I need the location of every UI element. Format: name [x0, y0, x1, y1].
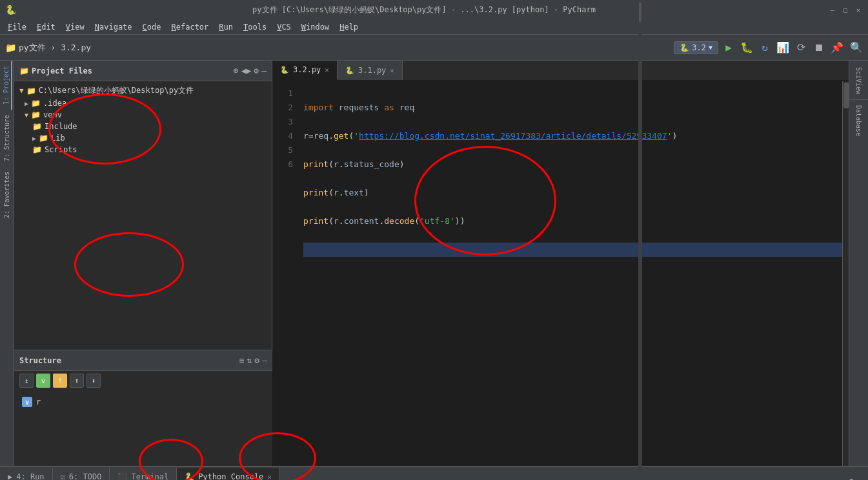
tab-close-button[interactable]: ✕: [325, 66, 329, 74]
tree-item-include[interactable]: 📁 Include: [14, 121, 272, 132]
run-icon: ▶: [8, 472, 12, 480]
py-file-icon: 🐍: [280, 66, 289, 74]
bottom-tab-todo[interactable]: ☑ 6: TODO: [53, 468, 110, 480]
maximize-button[interactable]: □: [841, 5, 850, 14]
tab-3-2-py[interactable]: 🐍 3.2.py ✕: [272, 61, 338, 80]
project-folder-icon: 📁: [19, 66, 29, 75]
menu-edit[interactable]: Edit: [32, 21, 61, 33]
tree-item-venv[interactable]: ▼ 📁 venv: [14, 109, 272, 121]
structure-sort-icon[interactable]: ≡: [239, 355, 245, 365]
todo-icon: ☑: [61, 472, 65, 480]
console-settings-icon[interactable]: ⚙: [849, 476, 854, 480]
coverage-button[interactable]: ⟳: [793, 40, 809, 55]
tab-terminal-label: Terminal: [131, 472, 168, 480]
left-sidebar: 1: Project 7: Structure 2: Favorites: [0, 61, 14, 466]
settings-icon[interactable]: ⚙: [254, 66, 259, 75]
tab-console-label: Python Console: [198, 472, 263, 480]
right-sidebar-sciview[interactable]: SciView: [854, 63, 863, 98]
reload-button[interactable]: ↻: [757, 40, 772, 55]
toolbar: 📁 py文件 › 3.2.py 🐍 3.2 ▼ ▶ 🐛 ↻ 📊 ⟳ ⏹ 📌 🔍: [0, 35, 868, 61]
add-icon[interactable]: ⊕: [234, 66, 239, 75]
run-config-dropdown[interactable]: 🐍 3.2 ▼: [674, 41, 718, 54]
run-config-icon: 🐍: [680, 43, 689, 52]
menu-navigate[interactable]: Navigate: [90, 21, 137, 33]
menu-refactor[interactable]: Refactor: [167, 21, 214, 33]
debug-button[interactable]: 🐛: [739, 40, 754, 55]
left-panels: 📁 Project Files ⊕ ◀▶ ⚙ — ▼ 📁 C:\Users\绿绿…: [14, 61, 272, 466]
bottom-panel: ▶ 4: Run ☑ 6: TODO ⬛ Terminal 🐍 Python C…: [0, 466, 868, 480]
scrollbar-thumb[interactable]: [843, 83, 849, 108]
stop-button[interactable]: ⏹: [811, 40, 827, 55]
editor[interactable]: 1 2 3 4 5 6 import requests as req r=req…: [272, 81, 849, 466]
tree-label: Include: [45, 122, 77, 131]
project-panel: 📁 Project Files ⊕ ◀▶ ⚙ — ▼ 📁 C:\Users\绿绿…: [14, 61, 272, 350]
sort-alpha-button[interactable]: ↕: [19, 374, 34, 388]
tree-item-lib[interactable]: ▶ 📁 Lib: [14, 132, 272, 144]
editor-scrollbar[interactable]: [842, 81, 849, 466]
line-numbers: 1 2 3 4 5 6: [272, 81, 298, 466]
show-fields-button[interactable]: !: [53, 374, 67, 388]
menu-view[interactable]: View: [61, 21, 90, 33]
menu-code[interactable]: Code: [137, 21, 167, 33]
folder-icon: 📁: [31, 99, 41, 108]
root-folder-icon: 📁: [26, 86, 36, 95]
tab-todo-label: 6: TODO: [69, 472, 102, 480]
scroll-left-icon[interactable]: ◀▶: [241, 66, 252, 75]
folder-icon: 📁: [31, 110, 41, 119]
code-content[interactable]: import requests as req r=req.get('https:…: [298, 81, 849, 466]
tab-close-button[interactable]: ✕: [390, 66, 394, 75]
tree-label: venv: [43, 110, 62, 119]
project-tree: ▼ 📁 C:\Users\绿绿的小蚂蚁\Desktop\py文件 ▶ 📁 .id…: [14, 81, 272, 350]
tree-item-scripts[interactable]: 📁 Scripts: [14, 144, 272, 155]
code-area: 🐍 3.2.py ✕ 🐍 3.1.py ✕ 1 2 3 4 5 6: [272, 61, 849, 466]
tree-root[interactable]: ▼ 📁 C:\Users\绿绿的小蚂蚁\Desktop\py文件: [14, 84, 272, 97]
tabs-bar: 🐍 3.2.py ✕ 🐍 3.1.py ✕: [272, 61, 849, 81]
close-button[interactable]: ✕: [854, 5, 863, 14]
struct-item-r[interactable]: v r: [19, 395, 267, 408]
folder-icon: 📁: [32, 145, 42, 154]
menu-window[interactable]: Window: [296, 21, 334, 33]
menu-run[interactable]: Run: [214, 21, 238, 33]
terminal-icon: ⬛: [117, 472, 127, 480]
breadcrumb-text: py文件 › 3.2.py: [19, 42, 91, 54]
minimize-button[interactable]: —: [828, 5, 837, 14]
minimize-panel-icon[interactable]: —: [261, 66, 267, 75]
collapse-icon: ▼: [19, 86, 24, 95]
run-button[interactable]: ▶: [721, 40, 736, 55]
struct-var-name: r: [36, 397, 41, 406]
structure-panel-header: Structure ≡ ⇅ ⚙ —: [14, 350, 272, 371]
tree-item-idea[interactable]: ▶ 📁 .idea: [14, 97, 272, 109]
menu-file[interactable]: File: [3, 21, 32, 33]
structure-panel-title: Structure: [19, 356, 237, 365]
right-sidebar-database[interactable]: Database: [854, 101, 863, 140]
expand-all-button[interactable]: ⬆: [70, 374, 84, 388]
pin-button[interactable]: 📌: [829, 40, 845, 55]
sidebar-item-structure[interactable]: 7: Structure: [2, 110, 12, 166]
profile-button[interactable]: 📊: [775, 40, 791, 55]
editor-wrapper: 1 2 3 4 5 6 import requests as req r=req…: [272, 81, 849, 466]
breadcrumb: 📁 py文件 › 3.2.py: [5, 42, 669, 54]
console-tab-close[interactable]: ✕: [267, 473, 272, 481]
sidebar-item-favorites[interactable]: 2: Favorites: [2, 166, 12, 223]
console-minimize-icon[interactable]: —: [858, 476, 863, 480]
structure-content: v r: [14, 390, 272, 466]
menu-tools[interactable]: Tools: [238, 21, 272, 33]
show-inherited-button[interactable]: v: [36, 374, 50, 388]
tab-label: 3.1.py: [358, 66, 386, 75]
tab-3-1-py[interactable]: 🐍 3.1.py ✕: [338, 61, 403, 80]
search-button[interactable]: 🔍: [850, 41, 863, 54]
structure-group-icon[interactable]: ⇅: [247, 355, 252, 365]
run-controls: 🐍 3.2 ▼ ▶ 🐛 ↻ 📊 ⟳ ⏹ 📌: [674, 40, 845, 55]
arrow-right-icon: ▶: [32, 135, 36, 142]
structure-minimize-icon[interactable]: —: [262, 355, 267, 365]
bottom-tab-terminal[interactable]: ⬛ Terminal: [110, 468, 177, 480]
menu-bar: File Edit View Navigate Code Refactor Ru…: [0, 19, 868, 35]
bottom-tabs: ▶ 4: Run ☑ 6: TODO ⬛ Terminal 🐍 Python C…: [0, 467, 868, 480]
collapse-all-button[interactable]: ⬇: [86, 374, 101, 388]
sidebar-item-project[interactable]: 1: Project: [1, 61, 12, 110]
bottom-tab-console[interactable]: 🐍 Python Console ✕: [177, 468, 280, 480]
menu-help[interactable]: Help: [334, 21, 363, 33]
structure-settings-icon[interactable]: ⚙: [254, 355, 259, 365]
menu-vcs[interactable]: VCS: [272, 21, 296, 33]
bottom-tab-run[interactable]: ▶ 4: Run: [0, 468, 53, 480]
